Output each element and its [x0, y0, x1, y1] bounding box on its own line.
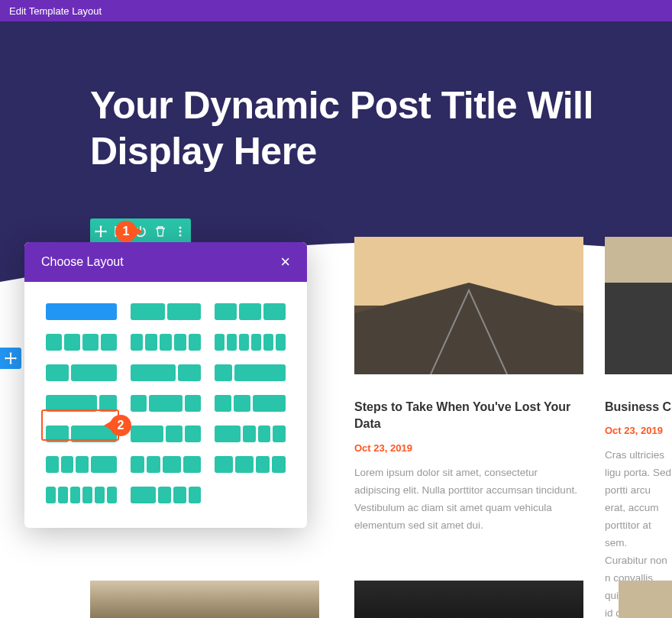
layout-3-1[interactable] [46, 395, 117, 412]
layout-2-1[interactable] [131, 364, 202, 381]
layout-2col[interactable] [131, 303, 202, 320]
topbar: Edit Template Layout [0, 0, 672, 21]
post-image[interactable] [90, 581, 319, 618]
trash-icon[interactable] [154, 225, 166, 238]
post-date: Oct 23, 2019 [354, 442, 583, 454]
layout-6col[interactable] [215, 334, 286, 351]
layout-1-1-2[interactable] [215, 395, 286, 412]
svg-rect-9 [605, 237, 672, 283]
layout-3col[interactable] [215, 303, 286, 320]
page-title: Your Dynamic Post Title Will Display Her… [90, 83, 625, 174]
layout-6thin[interactable] [46, 487, 117, 503]
post-date: Oct 23, 2019 [605, 425, 672, 436]
move-icon[interactable] [95, 225, 107, 238]
svg-point-3 [179, 227, 182, 229]
layout-1-2[interactable] [46, 364, 117, 381]
post-image[interactable] [605, 237, 672, 374]
more-icon[interactable] [174, 225, 186, 238]
topbar-title: Edit Template Layout [9, 5, 102, 17]
svg-point-5 [179, 235, 182, 237]
choose-layout-modal: Choose Layout × [24, 242, 307, 528]
layout-4col[interactable] [46, 334, 117, 351]
post-image[interactable] [354, 237, 583, 374]
add-section-button[interactable] [0, 348, 21, 369]
layout-grid [24, 282, 307, 528]
post-excerpt: Lorem ipsum dolor sit amet, consectetur … [354, 464, 583, 535]
layout-1-2-1[interactable] [131, 395, 202, 412]
layout-3-1-1-1[interactable] [215, 425, 286, 442]
post-card: Steps to Take When You've Lost Your Data… [354, 237, 583, 618]
modal-arrow [170, 242, 185, 244]
layout-5col[interactable] [131, 334, 202, 351]
post-card [619, 581, 672, 618]
annotation-marker-2: 2 [110, 415, 131, 436]
modal-title: Choose Layout [41, 255, 124, 269]
post-title[interactable]: Steps to Take When You've Lost Your Data [354, 399, 583, 433]
post-image[interactable] [619, 581, 672, 618]
modal-header: Choose Layout × [24, 242, 307, 282]
layout-1-1-2-2[interactable] [131, 456, 202, 473]
layout-1-3[interactable] [215, 364, 286, 381]
posts-row-2 [90, 581, 672, 618]
close-icon[interactable]: × [280, 254, 290, 270]
post-image[interactable] [354, 581, 583, 618]
annotation-marker-1: 1 [115, 221, 137, 242]
svg-point-4 [179, 231, 182, 233]
layout-2-1-1[interactable] [131, 425, 202, 442]
layout-1-1-1-3[interactable] [46, 456, 117, 473]
post-title[interactable]: Business Coac [605, 399, 672, 416]
post-card: Business Coac Oct 23, 2019 Cras ultricie… [605, 237, 672, 618]
post-card [90, 581, 319, 618]
layout-1col[interactable] [46, 303, 117, 320]
layout-2-3thin[interactable] [131, 487, 202, 503]
post-card [354, 581, 583, 618]
layout-2-2-1-1[interactable] [215, 456, 286, 473]
